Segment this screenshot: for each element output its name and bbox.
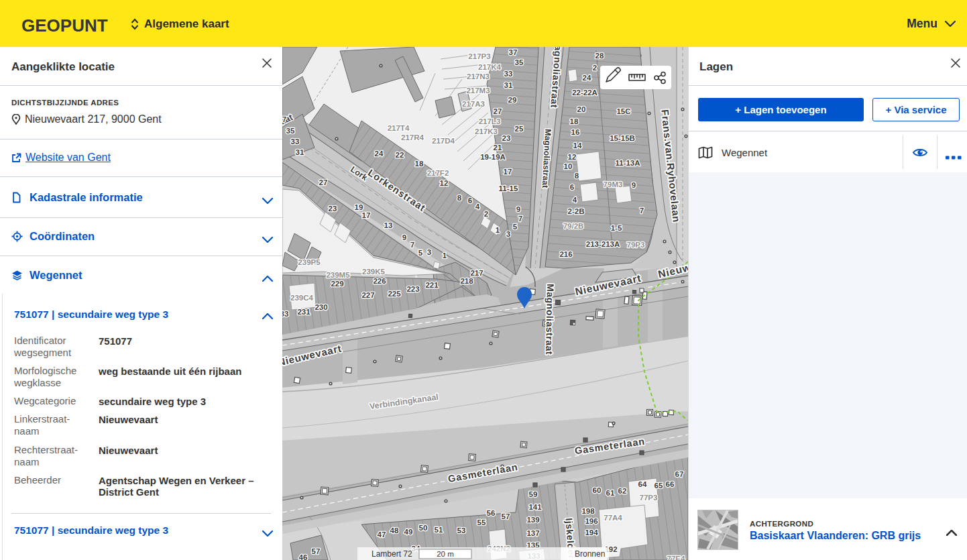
svg-text:77P3: 77P3 <box>640 494 658 502</box>
svg-text:18: 18 <box>570 117 579 125</box>
svg-text:8: 8 <box>457 194 462 202</box>
svg-text:27: 27 <box>319 178 328 186</box>
svg-text:33: 33 <box>291 137 300 146</box>
svg-text:64: 64 <box>638 480 647 488</box>
svg-text:50: 50 <box>419 524 428 532</box>
svg-text:15-15B: 15-15B <box>610 134 635 142</box>
svg-text:217N3: 217N3 <box>467 72 490 80</box>
svg-text:230: 230 <box>315 303 327 311</box>
svg-text:59: 59 <box>529 490 538 498</box>
svg-text:7: 7 <box>410 241 414 249</box>
svg-text:53: 53 <box>457 526 466 535</box>
svg-text:198: 198 <box>581 507 595 515</box>
svg-text:231: 231 <box>297 308 310 316</box>
svg-text:10: 10 <box>564 162 573 170</box>
svg-text:217K3: 217K3 <box>475 127 498 135</box>
svg-text:46: 46 <box>299 553 308 560</box>
svg-text:37: 37 <box>509 48 518 56</box>
svg-text:31: 31 <box>504 81 513 89</box>
svg-text:5: 5 <box>513 223 518 231</box>
svg-text:217A3: 217A3 <box>462 100 485 108</box>
svg-text:65: 65 <box>655 482 663 490</box>
svg-text:3: 3 <box>427 248 431 256</box>
svg-text:217P3: 217P3 <box>468 52 490 60</box>
svg-text:5: 5 <box>418 249 423 257</box>
svg-text:6: 6 <box>468 197 472 205</box>
svg-text:25: 25 <box>515 125 524 133</box>
svg-text:12: 12 <box>440 179 449 187</box>
svg-text:66: 66 <box>666 480 675 488</box>
svg-text:60: 60 <box>593 486 602 494</box>
svg-text:13: 13 <box>384 221 393 229</box>
svg-text:221: 221 <box>425 281 439 289</box>
svg-text:35: 35 <box>515 58 524 66</box>
svg-text:196: 196 <box>585 517 598 525</box>
svg-text:24: 24 <box>375 150 384 158</box>
svg-text:57: 57 <box>312 547 321 555</box>
svg-text:23: 23 <box>329 205 337 213</box>
svg-text:31: 31 <box>296 148 304 156</box>
svg-text:14: 14 <box>573 142 582 150</box>
svg-text:218: 218 <box>460 277 473 285</box>
svg-text:3: 3 <box>506 230 510 238</box>
svg-text:79P3: 79P3 <box>627 241 645 249</box>
svg-text:7: 7 <box>640 207 644 215</box>
svg-text:21: 21 <box>494 144 502 152</box>
svg-text:62: 62 <box>618 487 627 495</box>
svg-text:11-15: 11-15 <box>499 184 518 192</box>
svg-text:8: 8 <box>575 172 579 180</box>
svg-text:33: 33 <box>504 70 513 78</box>
svg-text:Lambert 72: Lambert 72 <box>372 549 412 559</box>
svg-text:16: 16 <box>571 128 580 136</box>
svg-text:12: 12 <box>568 153 577 161</box>
svg-text:137: 137 <box>526 529 539 537</box>
svg-text:47: 47 <box>378 530 386 539</box>
svg-text:49: 49 <box>404 528 413 536</box>
svg-text:77A4: 77A4 <box>604 514 622 522</box>
svg-text:141: 141 <box>528 503 542 511</box>
svg-text:79M3: 79M3 <box>604 180 623 188</box>
svg-text:225: 225 <box>388 290 401 298</box>
svg-text:19: 19 <box>355 203 363 211</box>
svg-text:229: 229 <box>331 280 343 288</box>
svg-text:1-5: 1-5 <box>611 224 622 232</box>
svg-text:20: 20 <box>577 105 586 113</box>
svg-text:194: 194 <box>585 528 598 537</box>
svg-text:55: 55 <box>477 518 486 526</box>
svg-text:9: 9 <box>516 205 520 213</box>
svg-text:7: 7 <box>282 115 286 123</box>
svg-text:11-13A: 11-13A <box>615 159 640 167</box>
svg-text:239C4: 239C4 <box>290 294 313 302</box>
svg-text:23: 23 <box>502 134 511 142</box>
svg-text:2-2B: 2-2B <box>568 207 585 215</box>
svg-text:33: 33 <box>282 310 288 318</box>
svg-text:24: 24 <box>583 74 591 82</box>
svg-text:217F2: 217F2 <box>427 169 449 177</box>
svg-text:27: 27 <box>494 107 502 115</box>
svg-text:22-22A: 22-22A <box>572 89 598 97</box>
svg-text:139: 139 <box>526 516 539 524</box>
svg-text:9: 9 <box>402 233 406 241</box>
svg-text:61: 61 <box>606 489 615 497</box>
svg-text:77E4: 77E4 <box>667 555 685 560</box>
svg-text:17: 17 <box>504 168 512 176</box>
svg-text:19-19A: 19-19A <box>480 153 506 161</box>
svg-text:9: 9 <box>632 181 636 189</box>
svg-text:217D4: 217D4 <box>432 137 455 145</box>
svg-text:28: 28 <box>595 52 604 60</box>
svg-text:213-213A: 213-213A <box>586 240 620 248</box>
svg-text:48: 48 <box>390 526 399 535</box>
svg-text:4: 4 <box>573 196 577 204</box>
svg-text:7: 7 <box>518 215 522 223</box>
svg-text:227: 227 <box>361 291 374 299</box>
svg-text:15C: 15C <box>616 107 630 115</box>
svg-text:216: 216 <box>559 250 572 258</box>
svg-text:57: 57 <box>502 512 510 520</box>
svg-text:1: 1 <box>496 226 500 234</box>
svg-text:6: 6 <box>570 183 574 191</box>
svg-text:217T4: 217T4 <box>388 124 410 132</box>
svg-text:18: 18 <box>415 160 424 168</box>
svg-text:Bronnen: Bronnen <box>575 549 605 559</box>
svg-text:239P5: 239P5 <box>298 258 321 266</box>
svg-text:79/2B: 79/2B <box>563 222 584 230</box>
